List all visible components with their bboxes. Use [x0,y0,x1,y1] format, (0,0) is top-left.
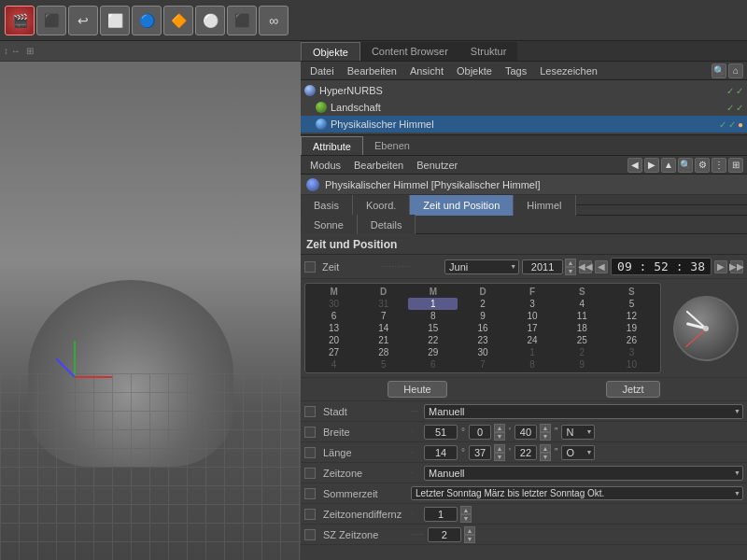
prop-tab-zeit[interactable]: Zeit und Position [410,195,514,216]
stadt-dropdown[interactable]: Manuell [424,404,743,419]
nav-left-icon[interactable]: ◀ [627,158,642,173]
laenge-checkbox[interactable] [304,447,316,458]
breite-checkbox[interactable] [304,427,316,438]
tab-struktur[interactable]: Struktur [459,42,518,61]
laenge-stepper3[interactable]: ▲ ▼ [540,444,551,461]
obj-circle-icon [306,178,319,191]
settings-icon[interactable]: ⚙ [695,158,710,173]
nav-right-icon[interactable]: ▶ [644,158,659,173]
laenge-row: Länge · 14 ° 37 ▲ ▼ ' 22 ▲ ▼ " O [301,442,747,463]
tool-5[interactable]: 🔶 [163,6,193,35]
tool-1[interactable]: ⬛ [36,6,66,35]
laenge-val1[interactable]: 14 [424,445,458,460]
expand-icon[interactable]: ⊞ [728,158,743,173]
sub-benutzer[interactable]: Benutzer [411,159,463,172]
cal-h-s: S [557,286,607,298]
home-icon[interactable]: ⌂ [728,63,743,78]
obj-dot-hypernurbs [304,85,316,96]
sub-bearbeiten[interactable]: Bearbeiten [348,159,409,172]
cal-h-m2: M [408,286,458,298]
search2-icon[interactable]: 🔍 [678,158,693,173]
zeitzone-checkbox[interactable] [304,468,316,479]
zeitzonendiffernz-input[interactable]: 1 [424,507,458,522]
tab-content-browser[interactable]: Content Browser [360,42,459,61]
object-list: HyperNURBS ✓ ✓ Landschaft ✓ ✓ Physikalis… [301,80,747,135]
zeit-checkbox[interactable] [304,261,316,273]
time-nav-left[interactable]: ◀◀ [579,260,592,273]
clock-face [673,296,739,361]
time-nav-right2[interactable]: ▶▶ [730,260,743,273]
btab-ebenen[interactable]: Ebenen [363,136,421,155]
menu-objekte[interactable]: Objekte [451,64,498,77]
tool-4[interactable]: 🔵 [132,6,162,35]
laenge-dir-dropdown[interactable]: O [561,445,595,460]
menu-bar: Datei Bearbeiten Ansicht Objekte Tags Le… [301,62,747,80]
menu-datei[interactable]: Datei [304,64,340,77]
tool-3[interactable]: ⬜ [100,6,130,35]
year-input[interactable]: 2011 [522,259,563,274]
jetzt-button[interactable]: Jetzt [606,381,659,398]
up-icon[interactable]: ▲ [661,158,676,173]
cal-grid: M D M D F S S 30 31 1 2 [305,284,660,372]
zeitzonendiffernz-stepper[interactable]: ▲ ▼ [460,506,472,523]
menu-ansicht[interactable]: Ansicht [404,64,449,77]
toolbar: 🎬 ⬛ ↩ ⬜ 🔵 🔶 ⚪ ⬛ ∞ [0,0,747,41]
laenge-val2[interactable]: 37 [469,445,491,460]
sz-zeitzone-checkbox[interactable] [304,529,316,540]
prop-tab-details[interactable]: Details [358,215,416,235]
search-icon[interactable]: 🔍 [712,63,726,78]
breite-stepper3[interactable]: ▲ ▼ [540,424,551,441]
zeitzone-dropdown[interactable]: Manuell [424,466,743,481]
sz-zeitzone-input[interactable]: 2 [428,527,461,542]
tool-2[interactable]: ↩ [68,6,98,35]
cinema4d-logo: 🎬 [5,6,35,35]
breite-dir-dropdown[interactable]: N [561,425,595,440]
obj-checks-hypernurbs: ✓ ✓ [726,86,743,96]
month-dropdown[interactable]: Juni [444,259,519,274]
zeitzone-label: Zeitzone [323,468,407,479]
menu-lesezeichen[interactable]: Lesezeichen [534,64,603,77]
zeitzonendiffernz-checkbox[interactable] [304,509,316,520]
year-up[interactable]: ▲ [565,259,576,267]
prop-tab-sonne[interactable]: Sonne [301,215,358,235]
sub-menu: Modus Bearbeiten Benutzer ◀ ▶ ▲ 🔍 ⚙ ⋮ ⊞ [301,156,747,175]
cal-row-6: 4 5 6 7 8 9 10 [309,358,656,371]
menu-tags[interactable]: Tags [500,64,532,77]
year-stepper[interactable]: ▲ ▼ [565,259,576,275]
cal-h-d2: D [458,286,507,298]
tool-6[interactable]: ⚪ [195,6,225,35]
obj-row-himmel[interactable]: Physikalischer Himmel ✓ ✓ ● [301,116,747,133]
breite-stepper2[interactable]: ▲ ▼ [494,424,505,441]
stadt-checkbox[interactable] [304,406,316,417]
time-nav-left2[interactable]: ◀ [595,260,608,273]
year-down[interactable]: ▼ [565,267,576,275]
sommerzeit-checkbox[interactable] [304,488,316,499]
tool-8[interactable]: ∞ [259,6,289,35]
sz-zeitzone-stepper[interactable]: ▲ ▼ [464,526,475,543]
obj-row-landschaft[interactable]: Landschaft ✓ ✓ [301,99,747,116]
breite-val2[interactable]: 0 [469,425,491,440]
grid [0,373,301,560]
tool-7[interactable]: ⬛ [227,6,257,35]
time-nav-right[interactable]: ▶ [714,260,727,273]
heute-button[interactable]: Heute [388,381,446,398]
sub-modus[interactable]: Modus [304,159,346,172]
obj-row-hypernurbs[interactable]: HyperNURBS ✓ ✓ [301,82,747,99]
calendar: M D M D F S S 30 31 1 2 [304,283,661,373]
prop-tab-basis[interactable]: Basis [301,195,353,216]
more-icon[interactable]: ⋮ [712,158,726,173]
bottom-tabs: Attribute Ebenen [301,135,747,156]
btab-attribute[interactable]: Attribute [301,136,363,155]
sommerzeit-dropdown[interactable]: Letzter Sonntag März bis letzter Sonntag… [411,486,743,500]
tab-objekte[interactable]: Objekte [301,42,360,61]
menu-bearbeiten[interactable]: Bearbeiten [342,64,402,77]
sub-menu-icons: ◀ ▶ ▲ 🔍 ⚙ ⋮ ⊞ [627,158,743,173]
breite-val1[interactable]: 51 [424,425,458,440]
stadt-row: Stadt ··· Manuell [301,401,747,422]
laenge-stepper2[interactable]: ▲ ▼ [494,444,505,461]
prop-tab-himmel[interactable]: Himmel [514,195,575,216]
prop-tab-koord[interactable]: Koord. [353,195,410,216]
breite-val3[interactable]: 40 [514,425,537,440]
laenge-val3[interactable]: 22 [514,445,537,460]
viewport: ↕ ↔ ⊞ [0,41,301,560]
